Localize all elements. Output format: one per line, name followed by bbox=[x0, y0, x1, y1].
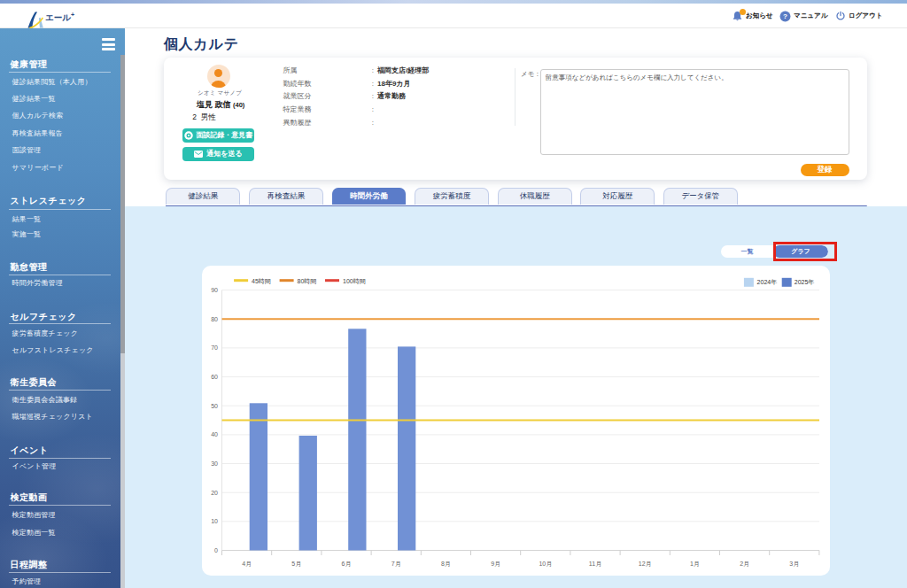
svg-text:2024年: 2024年 bbox=[757, 279, 778, 285]
svg-text:3月: 3月 bbox=[789, 561, 799, 568]
svg-text:?: ? bbox=[783, 12, 787, 20]
svg-text:10: 10 bbox=[211, 518, 218, 524]
svg-text:5月: 5月 bbox=[291, 561, 301, 568]
svg-text:7月: 7月 bbox=[391, 561, 401, 568]
svg-text:80時間: 80時間 bbox=[298, 278, 317, 285]
svg-text:1月: 1月 bbox=[690, 561, 700, 568]
svg-text:2025年: 2025年 bbox=[795, 279, 815, 285]
svg-text:100時間: 100時間 bbox=[343, 278, 366, 285]
svg-text:11月: 11月 bbox=[589, 561, 601, 568]
svg-text:20: 20 bbox=[211, 490, 218, 496]
svg-text:80: 80 bbox=[211, 316, 218, 322]
svg-text:90: 90 bbox=[211, 287, 218, 293]
svg-text:9月: 9月 bbox=[491, 561, 500, 568]
svg-text:40: 40 bbox=[211, 431, 218, 437]
svg-text:0: 0 bbox=[214, 547, 218, 553]
svg-text:2月: 2月 bbox=[740, 561, 749, 568]
svg-text:4月: 4月 bbox=[242, 561, 252, 568]
svg-text:70: 70 bbox=[211, 344, 218, 351]
svg-text:12月: 12月 bbox=[639, 561, 652, 568]
svg-text:60: 60 bbox=[211, 374, 218, 380]
svg-text:50: 50 bbox=[211, 403, 218, 409]
svg-text:30: 30 bbox=[211, 460, 218, 467]
svg-text:6月: 6月 bbox=[342, 561, 352, 568]
svg-text:8月: 8月 bbox=[441, 561, 451, 568]
svg-text:10月: 10月 bbox=[539, 561, 552, 568]
svg-text:45時間: 45時間 bbox=[252, 278, 271, 285]
